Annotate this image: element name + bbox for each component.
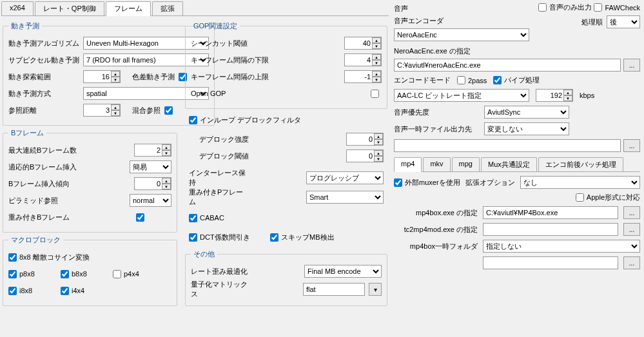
nero-path-input[interactable] (394, 59, 621, 72)
kbps-label: kbps (580, 91, 594, 99)
mp4tmp-label: mp4box一時フォルダ (394, 242, 478, 251)
spin-up[interactable]: ▲ (374, 133, 383, 139)
matrix-input[interactable] (303, 283, 365, 296)
opengop-cb[interactable] (371, 90, 379, 98)
mp4tmp-select[interactable]: 指定しない (483, 240, 640, 253)
weighted-b-label: 重み付きBフレーム (8, 213, 79, 222)
spin-up[interactable]: ▲ (111, 71, 120, 77)
deblock-thr-input[interactable] (347, 150, 374, 162)
spin-down[interactable]: ▼ (374, 156, 383, 162)
spin-up[interactable]: ▲ (563, 90, 572, 95)
spin-up[interactable]: ▲ (111, 104, 120, 110)
spin-down[interactable]: ▼ (563, 95, 572, 101)
inloop-cb[interactable] (189, 116, 197, 124)
priority-label: 音声優先度 (394, 108, 478, 117)
dct8-cb[interactable] (8, 253, 17, 262)
bmax-input[interactable] (135, 144, 162, 156)
bbias-input[interactable] (135, 178, 162, 189)
refdist-input[interactable] (84, 104, 111, 116)
priority-select[interactable]: AviutlSync (484, 106, 569, 119)
weightedp-select[interactable]: Smart (306, 191, 384, 204)
rate-select[interactable]: Final MB encode (304, 265, 382, 278)
tab-mpg[interactable]: mpg (452, 157, 480, 171)
tab-mp4[interactable]: mp4 (394, 157, 422, 172)
order-label: 処理順 (581, 18, 603, 26)
inloop-label: インループ デブロックフィルタ (200, 115, 301, 125)
skipmb-cb[interactable] (270, 233, 278, 242)
scenecut-input[interactable] (345, 37, 372, 49)
apple-cb[interactable] (576, 193, 584, 202)
bbias-label: Bフレーム挿入傾向 (8, 179, 79, 189)
spin-down[interactable]: ▼ (372, 77, 381, 82)
dct8-label: 8x8 離散コサイン変換 (19, 253, 90, 262)
spin-up[interactable]: ▲ (162, 144, 171, 150)
audio-encoder-select[interactable]: NeroAacEnc (394, 28, 529, 41)
pyramid-select[interactable]: normal (130, 194, 171, 207)
spin-down[interactable]: ▼ (372, 43, 381, 49)
cabac-cb[interactable] (189, 214, 197, 222)
pipe-cb[interactable] (493, 76, 502, 84)
p8-cb[interactable] (8, 270, 17, 278)
tab-mux-common[interactable]: Mux共通設定 (481, 157, 537, 171)
spin-down[interactable]: ▼ (372, 60, 381, 66)
weighted-b-cb[interactable] (136, 213, 144, 222)
p4-cb[interactable] (113, 270, 121, 278)
tab-rateqp[interactable]: レート・QP制御 (35, 1, 104, 15)
mp4tmp-browse-button[interactable]: ... (623, 256, 640, 269)
range-input[interactable] (84, 71, 111, 82)
mp4box-label: mp4box.exe の指定 (394, 208, 478, 218)
spin-down[interactable]: ▼ (111, 110, 120, 116)
mp4tmp-path-input[interactable] (483, 256, 618, 269)
mp4box-input[interactable] (483, 206, 618, 219)
twopass-cb[interactable] (457, 76, 465, 84)
bframe-legend: Bフレーム (8, 128, 46, 138)
tab-frame[interactable]: フレーム (106, 1, 151, 16)
mixref-cb[interactable] (164, 106, 173, 115)
spin-up[interactable]: ▲ (372, 54, 381, 60)
tab-ext[interactable]: 拡張 (152, 1, 183, 15)
mp4box-browse-button[interactable]: ... (623, 206, 640, 219)
tc2-input[interactable] (483, 223, 618, 236)
i8-label: i8x8 (19, 287, 32, 294)
only-audio-cb[interactable] (538, 3, 547, 12)
audio-tmp-path-input[interactable] (394, 139, 621, 152)
audio-legend: 音声 (394, 4, 538, 14)
interlace-select[interactable]: プログレッシブ (306, 171, 384, 184)
tab-x264[interactable]: x264 (1, 1, 34, 15)
tab-mkv[interactable]: mkv (423, 157, 450, 171)
nero-path-label: NeroAacEnc.exe の指定 (394, 46, 640, 56)
order-select[interactable]: 後 (607, 15, 640, 28)
audio-encoder-label: 音声エンコーダ (394, 16, 538, 26)
keymin-input[interactable] (345, 54, 372, 66)
fawcheck-cb[interactable] (594, 3, 602, 12)
spin-up[interactable]: ▲ (372, 37, 381, 43)
deblock-str-input[interactable] (347, 133, 374, 145)
spin-down[interactable]: ▼ (162, 184, 171, 189)
i4-cb[interactable] (61, 287, 69, 295)
audio-tmp-browse-button[interactable]: ... (623, 139, 640, 152)
spin-up[interactable]: ▲ (374, 150, 383, 156)
spin-up[interactable]: ▲ (372, 71, 381, 77)
dct-cb[interactable] (189, 233, 197, 242)
tmpout-select[interactable]: 変更しない (484, 122, 569, 135)
badapt-select[interactable]: 簡易 (130, 160, 171, 173)
rate-label: レート歪み最適化 (191, 267, 252, 276)
encmode-select[interactable]: AAC-LC ビットレート指定 (394, 89, 529, 102)
spin-down[interactable]: ▼ (111, 77, 120, 82)
nero-browse-button[interactable]: ... (623, 59, 640, 72)
extmuxer-cb[interactable] (394, 178, 402, 187)
matrix-dropdown-button[interactable]: ▾ (369, 283, 382, 296)
i8-cb[interactable] (8, 287, 17, 295)
tmpout-label: 音声一時ファイル出力先 (394, 124, 478, 134)
mixref-label: 混合参照 (132, 106, 161, 115)
bitrate-input[interactable] (536, 90, 563, 101)
motion-algo-label: 動き予測アルゴリズム (8, 39, 79, 48)
spin-up[interactable]: ▲ (162, 178, 171, 184)
b8-cb[interactable] (61, 270, 69, 278)
keymax-input[interactable] (345, 71, 372, 82)
tab-batch[interactable]: エンコ前後バッチ処理 (538, 157, 623, 171)
extopt-select[interactable]: なし (520, 176, 640, 189)
spin-down[interactable]: ▼ (374, 139, 383, 145)
spin-down[interactable]: ▼ (162, 150, 171, 156)
tc2-browse-button[interactable]: ... (623, 223, 640, 236)
